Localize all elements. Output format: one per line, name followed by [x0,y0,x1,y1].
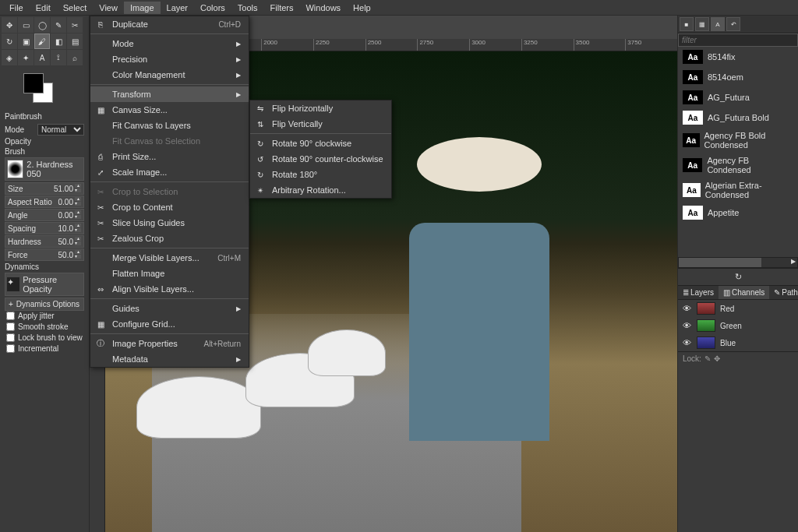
angle-value[interactable]: 0.00 [58,211,73,220]
channel-green[interactable]: 👁Green [678,317,798,334]
hardness-value[interactable]: 50.0 [58,238,73,246]
menu-metadata[interactable]: Metadata▶ [90,351,249,367]
menu-edit[interactable]: Edit [30,2,57,14]
smooth-stroke-checkbox[interactable] [6,322,15,331]
tool-ellipse-select[interactable]: ◯ [34,17,50,33]
refresh-icon[interactable]: ↻ [735,272,742,281]
lock-position-icon[interactable]: ✥ [714,354,720,363]
tab-fonts[interactable]: A [711,17,725,31]
tool-rotate[interactable]: ↻ [2,33,17,49]
menu-filters[interactable]: Filters [264,2,300,14]
font-item[interactable]: AaAG_Futura Bold [678,107,798,128]
menu-transform[interactable]: Transform▶ [90,86,249,102]
size-value[interactable]: 51.00 [54,185,73,193]
font-scrollbar[interactable]: ▶ [678,257,798,268]
menu-fit-canvas-layers[interactable]: Fit Canvas to Layers [90,118,249,133]
tool-zoom[interactable]: ⌕ [67,50,83,65]
hardness-spinner[interactable]: ▴▾ [75,237,81,246]
tab-history[interactable]: ↶ [726,17,740,31]
tool-clone[interactable]: ▤ [67,33,83,49]
tool-paintbrush[interactable]: 🖌 [34,33,50,49]
menu-align-visible[interactable]: ⇔Align Visible Layers... [90,281,249,297]
force-spinner[interactable]: ▴▾ [75,250,81,259]
menu-rotate-180[interactable]: ↻Rotate 180° [250,167,391,182]
menu-image[interactable]: Image [124,2,161,14]
tab-channels[interactable]: ▥Channels [719,286,769,299]
tab-patterns[interactable]: ▦ [695,17,709,31]
menu-layer[interactable]: Layer [161,2,195,14]
tool-bucket[interactable]: ▣ [18,33,34,49]
menu-arbitrary-rotation[interactable]: ✴Arbitrary Rotation... [250,182,391,198]
font-item[interactable]: AaAppetite [678,203,798,223]
channel-blue[interactable]: 👁Blue [678,334,798,351]
brush-preview[interactable] [7,160,23,178]
menu-select[interactable]: Select [57,2,94,14]
menu-precision[interactable]: Precision▶ [90,51,249,67]
tool-move[interactable]: ✥ [2,17,17,33]
menu-help[interactable]: Help [347,2,377,14]
tool-eraser[interactable]: ◧ [51,33,66,49]
angle-spinner[interactable]: ▴▾ [75,210,81,220]
tab-layers[interactable]: ≣Layers [678,286,719,299]
font-item[interactable]: AaAG_Futura [678,87,798,107]
size-spinner[interactable]: ▴▾ [75,184,81,193]
menu-rotate-90-ccw[interactable]: ↺Rotate 90° counter-clockwise [250,151,391,167]
mode-select[interactable]: Normal [37,124,84,136]
incremental-checkbox[interactable] [6,344,15,353]
tool-crop[interactable]: ✂ [67,17,83,33]
tab-paths[interactable]: ✎Paths [769,286,798,299]
aspect-value[interactable]: 0.00 [58,198,73,206]
font-filter-input[interactable] [678,33,798,47]
tool-measure[interactable]: ⟟ [51,50,66,65]
menu-flatten[interactable]: Flatten Image [90,266,249,281]
menu-view[interactable]: View [93,2,124,14]
lock-pixels-icon[interactable]: ✎ [704,354,711,363]
font-item[interactable]: AaAgency FB Condensed [678,153,798,178]
menu-crop-content[interactable]: ✂Crop to Content [90,199,249,215]
menu-rotate-90-cw[interactable]: ↻Rotate 90° clockwise [250,136,391,151]
tool-smudge[interactable]: ◈ [2,50,17,65]
menu-tools[interactable]: Tools [231,2,264,14]
aspect-spinner[interactable]: ▴▾ [75,197,81,206]
crop-icon: ✂ [95,233,106,244]
menu-print-size[interactable]: ⎙Print Size... [90,149,249,164]
channel-red[interactable]: 👁Red [678,300,798,317]
menu-mode[interactable]: Mode▶ [90,36,249,51]
spacing-spinner[interactable]: ▴▾ [75,224,81,233]
menu-configure-grid[interactable]: ▦Configure Grid... [90,316,249,332]
chevron-right-icon[interactable]: ▶ [791,258,796,265]
eye-icon[interactable]: 👁 [683,321,692,330]
apply-jitter-checkbox[interactable] [6,312,15,320]
dynamics-icon[interactable]: ✦ [7,277,19,291]
dynamics-options-expander[interactable]: +Dynamics Options [5,298,84,311]
tool-path[interactable]: ✦ [18,50,34,65]
menu-merge-visible[interactable]: Merge Visible Layers...Ctrl+M [90,250,249,266]
menu-guides[interactable]: Guides▶ [90,301,249,316]
menu-color-management[interactable]: Color Management▶ [90,67,249,83]
menu-colors[interactable]: Colors [194,2,231,14]
font-item[interactable]: AaAlgerian Extra-Condensed [678,178,798,203]
lock-brush-checkbox[interactable] [6,333,15,342]
tool-rect-select[interactable]: ▭ [18,17,34,33]
force-value[interactable]: 50.0 [58,251,73,259]
menu-image-properties[interactable]: ⓘImage PropertiesAlt+Return [90,336,249,351]
font-item[interactable]: AaAgency FB Bold Condensed [678,128,798,153]
menu-flip-vertical[interactable]: ⇅Flip Vertically [250,116,391,132]
menu-duplicate[interactable]: ⎘DuplicateCtrl+D [90,16,249,32]
font-item[interactable]: Aa8514fix [678,47,798,67]
font-item[interactable]: Aa8514oem [678,67,798,87]
menu-canvas-size[interactable]: ▦Canvas Size... [90,102,249,118]
eye-icon[interactable]: 👁 [683,304,692,313]
spacing-value[interactable]: 10.0 [58,224,73,233]
menu-windows[interactable]: Windows [299,2,347,14]
menu-flip-horizontal[interactable]: ⇋Flip Horizontally [250,100,391,116]
menu-file[interactable]: File [3,2,30,14]
tool-text[interactable]: A [34,50,50,65]
tab-brushes[interactable]: ■ [680,17,694,31]
menu-scale-image[interactable]: ⤢Scale Image... [90,164,249,180]
eye-icon[interactable]: 👁 [683,338,692,347]
menu-zealous-crop[interactable]: ✂Zealous Crop [90,231,249,246]
foreground-color[interactable] [23,73,44,93]
tool-free-select[interactable]: ✎ [51,17,66,33]
menu-slice-guides[interactable]: ✂Slice Using Guides [90,215,249,231]
